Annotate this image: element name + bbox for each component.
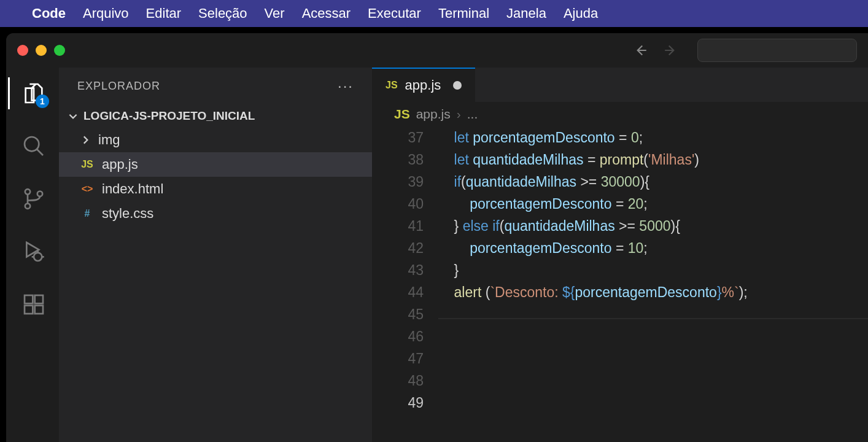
sidebar-header: EXPLORADOR ··· xyxy=(59,68,372,104)
project-root[interactable]: LOGICA-JS-PROJETO_INICIAL xyxy=(59,104,372,128)
menu-item[interactable]: Seleção xyxy=(198,6,247,21)
tab-label: app.js xyxy=(405,77,441,93)
editor-area: JS app.js JS app.js › ... 37383940414243… xyxy=(372,68,868,442)
nav-arrows xyxy=(632,42,679,58)
unsaved-indicator-icon[interactable] xyxy=(453,81,462,90)
editor-tab[interactable]: JS app.js xyxy=(372,68,475,102)
file-tree: imgJSapp.js<>index.html#style.css xyxy=(59,128,372,226)
git-branch-icon xyxy=(21,187,46,211)
breadcrumb-separator-icon: › xyxy=(457,107,461,122)
svg-point-4 xyxy=(34,253,42,261)
activity-bar: 1 xyxy=(6,68,59,442)
tree-item[interactable]: #style.css xyxy=(59,201,372,226)
project-name: LOGICA-JS-PROJETO_INICIAL xyxy=(83,109,255,123)
svg-point-0 xyxy=(25,137,39,151)
menu-app-name[interactable]: Code xyxy=(32,6,66,21)
sidebar-more-icon[interactable]: ··· xyxy=(338,77,354,95)
tree-item-label: style.css xyxy=(102,206,153,222)
activity-source-control[interactable] xyxy=(8,183,59,215)
command-center-search[interactable] xyxy=(697,39,857,62)
svg-rect-5 xyxy=(25,295,33,303)
activity-run-debug[interactable] xyxy=(8,236,59,268)
nav-forward-icon[interactable] xyxy=(663,42,679,58)
mac-menubar: Code Arquivo Editar Seleção Ver Acessar … xyxy=(0,0,868,27)
svg-rect-8 xyxy=(34,295,42,303)
menu-item[interactable]: Janela xyxy=(506,6,546,21)
minimize-window-button[interactable] xyxy=(36,45,47,56)
chevron-down-icon xyxy=(68,110,79,122)
svg-rect-7 xyxy=(34,306,42,314)
html-file-icon: <> xyxy=(80,182,95,196)
chevron-right-icon xyxy=(80,134,91,145)
nav-back-icon[interactable] xyxy=(632,42,648,58)
menu-item[interactable]: Ver xyxy=(265,6,285,21)
js-file-icon: JS xyxy=(386,80,398,91)
menu-item[interactable]: Ajuda xyxy=(564,6,598,21)
menu-item[interactable]: Editar xyxy=(146,6,181,21)
extensions-icon xyxy=(21,292,46,317)
css-file-icon: # xyxy=(80,206,95,221)
close-window-button[interactable] xyxy=(17,45,28,56)
menu-item[interactable]: Executar xyxy=(368,6,421,21)
explorer-badge: 1 xyxy=(36,95,49,108)
tree-item[interactable]: JSapp.js xyxy=(59,152,372,177)
sidebar-title: EXPLORADOR xyxy=(77,80,160,93)
breadcrumb[interactable]: JS app.js › ... xyxy=(372,102,868,126)
titlebar xyxy=(6,33,868,68)
vscode-window: 1 EXPLORADOR ··· LOGICA-JS-PROJ xyxy=(6,33,868,442)
menu-item[interactable]: Arquivo xyxy=(83,6,129,21)
svg-point-1 xyxy=(25,189,29,194)
code-editor[interactable]: 37383940414243444546474849 let porcentag… xyxy=(372,126,868,442)
svg-rect-6 xyxy=(25,306,33,314)
activity-search[interactable] xyxy=(8,130,59,162)
line-gutter: 37383940414243444546474849 xyxy=(372,126,438,442)
activity-explorer[interactable]: 1 xyxy=(8,77,59,109)
search-icon xyxy=(21,134,46,158)
code-lines[interactable]: let porcentagemDesconto = 0; let quantid… xyxy=(438,126,868,442)
svg-point-2 xyxy=(25,204,29,209)
tree-item-label: index.html xyxy=(102,181,163,197)
editor-tabs: JS app.js xyxy=(372,68,868,102)
play-bug-icon xyxy=(21,239,46,264)
tree-item-label: img xyxy=(98,132,120,148)
tree-item[interactable]: <>index.html xyxy=(59,177,372,201)
js-file-icon: JS xyxy=(80,157,95,172)
zoom-window-button[interactable] xyxy=(54,45,65,56)
js-file-icon: JS xyxy=(394,107,410,122)
svg-point-3 xyxy=(37,192,42,196)
menu-item[interactable]: Terminal xyxy=(438,6,489,21)
tree-item-label: app.js xyxy=(102,157,138,173)
window-controls xyxy=(17,45,65,56)
explorer-sidebar: EXPLORADOR ··· LOGICA-JS-PROJETO_INICIAL… xyxy=(59,68,372,442)
breadcrumb-file: app.js xyxy=(416,107,451,122)
menu-item[interactable]: Acessar xyxy=(302,6,351,21)
activity-extensions[interactable] xyxy=(8,289,59,320)
breadcrumb-rest: ... xyxy=(467,107,478,122)
tree-item[interactable]: img xyxy=(59,128,372,152)
